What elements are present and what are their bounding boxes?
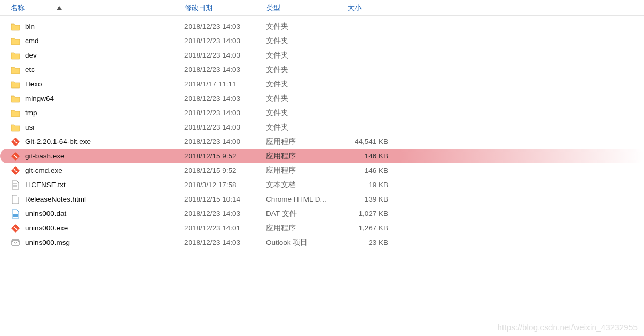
file-name-label: tmp [25, 109, 37, 117]
file-row[interactable]: usr2018/12/23 14:03文件夹 [0, 120, 644, 134]
cell-name: LICENSE.txt [0, 180, 178, 190]
file-row[interactable]: cmd2018/12/23 14:03文件夹 [0, 34, 644, 48]
cell-date: 2018/12/23 14:03 [178, 109, 260, 117]
cell-name: mingw64 [0, 94, 178, 103]
file-row[interactable]: git-cmd.exe2018/12/15 9:52应用程序146 KB [0, 163, 644, 178]
cell-date: 2018/12/23 14:00 [178, 138, 260, 146]
cell-type: 应用程序 [260, 137, 341, 147]
svg-rect-20 [12, 240, 19, 245]
file-row[interactable]: etc2018/12/23 14:03文件夹 [0, 62, 644, 77]
column-header-type[interactable]: 类型 [260, 0, 341, 15]
file-name-label: dev [25, 51, 37, 59]
file-row[interactable]: unins000.msg2018/12/23 14:03Outlook 项目23… [0, 235, 644, 250]
html-icon [11, 195, 20, 204]
cell-type: 文件夹 [260, 22, 341, 31]
file-name-label: git-bash.exe [25, 152, 65, 160]
column-date-label: 修改日期 [185, 3, 213, 13]
cell-date: 2018/3/12 17:58 [178, 181, 260, 189]
file-row[interactable]: bin2018/12/23 14:03文件夹 [0, 19, 644, 34]
git-icon [11, 137, 20, 147]
cell-type: 文件夹 [260, 51, 341, 60]
cell-size: 146 KB [341, 166, 403, 174]
watermark-text: https://blog.csdn.net/weixin_43232955 [497, 323, 638, 332]
cell-date: 2018/12/15 10:14 [178, 195, 260, 203]
svg-rect-15 [13, 214, 18, 217]
folder-icon [11, 94, 20, 103]
cell-date: 2018/12/23 14:03 [178, 210, 260, 218]
cell-size: 146 KB [341, 152, 403, 160]
cell-type: 应用程序 [260, 223, 341, 233]
file-name-label: Hexo [25, 80, 42, 88]
cell-type: 文本文档 [260, 180, 341, 190]
msg-icon [11, 238, 20, 247]
txt-icon [11, 180, 20, 190]
file-list: bin2018/12/23 14:03文件夹cmd2018/12/23 14:0… [0, 19, 644, 250]
cell-type: 文件夹 [260, 94, 341, 103]
cell-type: 应用程序 [260, 151, 341, 161]
sort-ascending-icon [57, 6, 62, 10]
folder-icon [11, 108, 20, 118]
file-row[interactable]: git-bash.exe2018/12/15 9:52应用程序146 KB [0, 149, 644, 163]
cell-size: 139 KB [341, 195, 403, 203]
file-row[interactable]: tmp2018/12/23 14:03文件夹 [0, 106, 644, 120]
folder-icon [11, 36, 20, 46]
cell-date: 2018/12/23 14:03 [178, 51, 260, 59]
cell-name: git-bash.exe [0, 151, 178, 161]
file-name-label: usr [25, 123, 35, 131]
file-row[interactable]: Git-2.20.1-64-bit.exe2018/12/23 14:00应用程… [0, 134, 644, 149]
cell-type: 文件夹 [260, 65, 341, 75]
cell-name: Hexo [0, 79, 178, 89]
column-size-label: 大小 [348, 3, 362, 13]
cell-type: 文件夹 [260, 123, 341, 132]
column-header-size[interactable]: 大小 [341, 0, 403, 15]
dat-icon [11, 209, 20, 219]
file-row[interactable]: Hexo2019/1/17 11:11文件夹 [0, 77, 644, 91]
file-name-label: git-cmd.exe [25, 166, 62, 174]
cell-size: 1,027 KB [341, 210, 403, 218]
cell-name: cmd [0, 36, 178, 46]
cell-name: tmp [0, 108, 178, 118]
folder-icon [11, 123, 20, 132]
cell-size: 1,267 KB [341, 224, 403, 232]
file-name-label: unins000.exe [25, 224, 68, 232]
file-row[interactable]: ReleaseNotes.html2018/12/15 10:14Chrome … [0, 192, 644, 206]
file-row[interactable]: unins000.dat2018/12/23 14:03DAT 文件1,027 … [0, 206, 644, 221]
file-row[interactable]: dev2018/12/23 14:03文件夹 [0, 48, 644, 62]
cell-name: unins000.exe [0, 223, 178, 233]
cell-type: 文件夹 [260, 79, 341, 89]
cell-type: Chrome HTML D... [260, 195, 341, 203]
cell-type: 文件夹 [260, 36, 341, 46]
file-row[interactable]: unins000.exe2018/12/23 14:01应用程序1,267 KB [0, 221, 644, 235]
column-header-date[interactable]: 修改日期 [178, 0, 260, 15]
folder-icon [11, 65, 20, 75]
file-row[interactable]: mingw642018/12/23 14:03文件夹 [0, 91, 644, 106]
cell-date: 2018/12/23 14:03 [178, 22, 260, 30]
cell-date: 2018/12/23 14:01 [178, 224, 260, 232]
folder-icon [11, 22, 20, 31]
cell-size: 19 KB [341, 181, 403, 189]
cell-name: etc [0, 65, 178, 75]
cell-size: 44,541 KB [341, 138, 403, 146]
cell-date: 2018/12/23 14:03 [178, 238, 260, 246]
cell-date: 2018/12/23 14:03 [178, 94, 260, 102]
file-name-label: mingw64 [25, 94, 54, 102]
file-name-label: bin [25, 22, 35, 30]
cell-name: dev [0, 51, 178, 60]
file-name-label: Git-2.20.1-64-bit.exe [25, 138, 91, 146]
cell-type: 应用程序 [260, 166, 341, 175]
column-type-label: 类型 [266, 3, 280, 13]
cell-date: 2018/12/23 14:03 [178, 37, 260, 45]
file-name-label: unins000.dat [25, 210, 66, 218]
cell-name: Git-2.20.1-64-bit.exe [0, 137, 178, 147]
folder-icon [11, 79, 20, 89]
cell-type: 文件夹 [260, 108, 341, 118]
git-icon [11, 166, 20, 175]
file-row[interactable]: LICENSE.txt2018/3/12 17:58文本文档19 KB [0, 178, 644, 192]
cell-name: git-cmd.exe [0, 166, 178, 175]
cell-name: bin [0, 22, 178, 31]
cell-type: Outlook 项目 [260, 238, 341, 247]
column-name-label: 名称 [11, 3, 25, 13]
cell-date: 2018/12/23 14:03 [178, 66, 260, 74]
column-header-name[interactable]: 名称 [0, 3, 178, 13]
cell-date: 2019/1/17 11:11 [178, 80, 260, 88]
